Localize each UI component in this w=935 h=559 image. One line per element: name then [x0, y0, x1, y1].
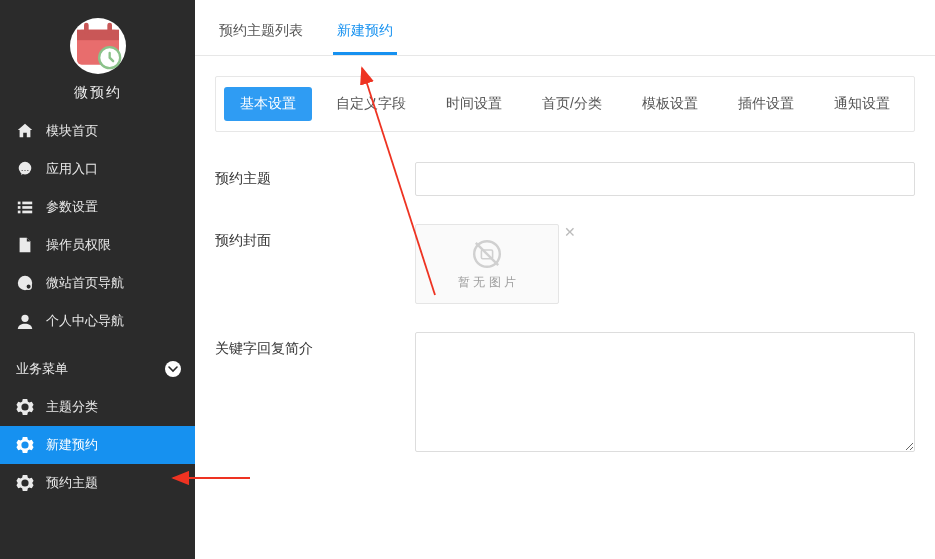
- sidebar-item-primary-4[interactable]: 微站首页导航: [0, 264, 195, 302]
- gear-icon: [16, 436, 34, 454]
- sidebar-item-primary-1[interactable]: …应用入口: [0, 150, 195, 188]
- sidebar-item-label: 预约主题: [46, 474, 98, 492]
- sidebar-item-label: 参数设置: [46, 198, 98, 216]
- label-summary: 关键字回复简介: [215, 332, 415, 358]
- svg-text:…: …: [21, 163, 30, 173]
- tab-1[interactable]: 新建预约: [333, 14, 397, 55]
- row-cover: 预约封面 暂 无 图 片 ✕: [215, 224, 915, 304]
- subtab-2[interactable]: 时间设置: [430, 87, 518, 121]
- svg-rect-3: [107, 23, 112, 35]
- svg-rect-10: [22, 206, 32, 209]
- top-tabs: 预约主题列表新建预约: [195, 0, 935, 56]
- nav-primary: 模块首页…应用入口参数设置操作员权限微站首页导航个人中心导航: [0, 112, 195, 340]
- svg-rect-8: [22, 202, 32, 205]
- tab-0[interactable]: 预约主题列表: [215, 14, 307, 55]
- main: 预约主题列表新建预约 基本设置自定义字段时间设置首页/分类模板设置插件设置通知设…: [195, 0, 935, 559]
- row-summary: 关键字回复简介: [215, 332, 915, 455]
- sidebar-item-primary-3[interactable]: 操作员权限: [0, 226, 195, 264]
- sidebar-item-primary-2[interactable]: 参数设置: [0, 188, 195, 226]
- form: 预约主题 预约封面 暂 无 图 片 ✕: [215, 162, 915, 455]
- gear-icon: [16, 398, 34, 416]
- subtab-3[interactable]: 首页/分类: [526, 87, 618, 121]
- sidebar-item-biz-2[interactable]: 预约主题: [0, 464, 195, 502]
- input-summary[interactable]: [415, 332, 915, 452]
- nav-section-header[interactable]: 业务菜单: [0, 350, 195, 388]
- no-image-placeholder: 暂 无 图 片: [458, 238, 516, 291]
- gear-icon: [16, 474, 34, 492]
- home-icon: [16, 122, 34, 140]
- cover-caption: 暂 无 图 片: [458, 274, 516, 291]
- sidebar-item-label: 新建预约: [46, 436, 98, 454]
- subtab-4[interactable]: 模板设置: [626, 87, 714, 121]
- subtab-1[interactable]: 自定义字段: [320, 87, 422, 121]
- svg-rect-1: [77, 30, 119, 40]
- label-cover: 预约封面: [215, 224, 415, 250]
- app-title: 微预约: [74, 84, 122, 102]
- user-icon: [16, 312, 34, 330]
- sub-tabs: 基本设置自定义字段时间设置首页/分类模板设置插件设置通知设置消费相关: [215, 76, 915, 132]
- globe-icon: [16, 274, 34, 292]
- svg-rect-11: [18, 211, 21, 214]
- sidebar-item-label: 操作员权限: [46, 236, 111, 254]
- sidebar-item-biz-1[interactable]: 新建预约: [0, 426, 195, 464]
- svg-rect-7: [18, 202, 21, 205]
- chevron-down-icon: [165, 361, 181, 377]
- close-icon[interactable]: ✕: [564, 225, 576, 239]
- svg-point-15: [21, 315, 28, 322]
- subtab-7[interactable]: 消费相关: [914, 87, 915, 121]
- sidebar: 微预约 模块首页…应用入口参数设置操作员权限微站首页导航个人中心导航 业务菜单 …: [0, 0, 195, 559]
- sidebar-item-primary-5[interactable]: 个人中心导航: [0, 302, 195, 340]
- sidebar-item-label: 微站首页导航: [46, 274, 124, 292]
- svg-point-14: [26, 284, 31, 289]
- row-topic: 预约主题: [215, 162, 915, 196]
- svg-rect-9: [18, 206, 21, 209]
- sidebar-item-label: 应用入口: [46, 160, 98, 178]
- svg-rect-12: [22, 211, 32, 214]
- app-root: 微预约 模块首页…应用入口参数设置操作员权限微站首页导航个人中心导航 业务菜单 …: [0, 0, 935, 559]
- sidebar-item-label: 个人中心导航: [46, 312, 124, 330]
- content: 基本设置自定义字段时间设置首页/分类模板设置插件设置通知设置消费相关 预约主题 …: [195, 56, 935, 559]
- svg-rect-2: [84, 23, 89, 35]
- sidebar-item-primary-0[interactable]: 模块首页: [0, 112, 195, 150]
- label-topic: 预约主题: [215, 162, 415, 188]
- cover-upload[interactable]: 暂 无 图 片 ✕: [415, 224, 559, 304]
- subtab-5[interactable]: 插件设置: [722, 87, 810, 121]
- list-icon: [16, 198, 34, 216]
- sidebar-item-biz-0[interactable]: 主题分类: [0, 388, 195, 426]
- logo-icon: [70, 18, 126, 74]
- subtab-6[interactable]: 通知设置: [818, 87, 906, 121]
- subtab-0[interactable]: 基本设置: [224, 87, 312, 121]
- input-topic[interactable]: [415, 162, 915, 196]
- msg-icon: …: [16, 160, 34, 178]
- nav-section-label: 业务菜单: [16, 360, 68, 378]
- brand: 微预约: [0, 0, 195, 112]
- nav-biz: 主题分类新建预约预约主题: [0, 388, 195, 502]
- doc-icon: [16, 236, 34, 254]
- sidebar-item-label: 模块首页: [46, 122, 98, 140]
- sidebar-item-label: 主题分类: [46, 398, 98, 416]
